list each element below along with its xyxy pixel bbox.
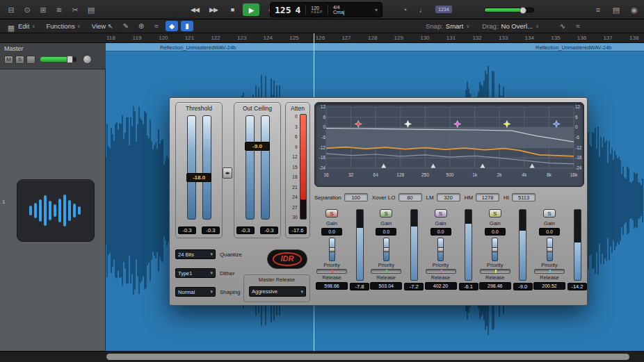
band-priority-slider[interactable] xyxy=(426,269,456,274)
fade-tool-icon[interactable]: ≈ xyxy=(150,21,163,31)
tempo-display[interactable]: 125 4 xyxy=(275,5,300,15)
tempo-value: 125 xyxy=(275,5,291,15)
grid-icon[interactable]: ▦ xyxy=(4,22,18,34)
snap-select[interactable]: Snap: Smart ∨ xyxy=(426,22,469,30)
ceiling-fader-left[interactable] xyxy=(245,115,255,220)
automation-button[interactable] xyxy=(26,56,35,64)
threshold-fader-right[interactable] xyxy=(202,115,211,220)
horizontal-scrollbar[interactable] xyxy=(0,351,644,362)
lcd-display[interactable]: 125 4 120 KEEP 4/4 Cmaj ▾ xyxy=(270,2,383,17)
band-solo-button[interactable]: S xyxy=(489,209,501,217)
ruler-tick: 130 xyxy=(420,35,429,41)
band1-marker xyxy=(355,120,362,127)
separation-value[interactable]: 100 xyxy=(344,193,368,201)
bar-ruler[interactable]: 1181191201211221231241251261271281291301… xyxy=(0,33,644,43)
editors-icon[interactable]: ✂ xyxy=(68,3,82,16)
count-in-badge[interactable]: 1234 xyxy=(435,6,452,13)
xover-value[interactable]: 80 xyxy=(399,193,422,201)
xover-value[interactable]: 320 xyxy=(437,193,460,201)
band-gain-slider[interactable] xyxy=(547,238,553,261)
menu-functions[interactable]: Functions∨ xyxy=(47,22,81,30)
stop-button[interactable]: ■ xyxy=(224,3,241,16)
inspector-icon[interactable]: ⊙ xyxy=(20,3,34,16)
master-release-select[interactable]: Aggressive ▾ xyxy=(249,286,306,297)
tool-icons: ↖✎⊕≈◆▮ xyxy=(104,21,193,31)
drag-select[interactable]: Drag: No Overl... ∨ xyxy=(482,22,539,30)
band-release-value[interactable]: 598.66 xyxy=(316,282,348,290)
pan-knob[interactable] xyxy=(83,55,92,64)
track-icon-thumbnail[interactable] xyxy=(17,179,95,242)
tuner-icon[interactable]: ◔ xyxy=(398,3,412,16)
level-knob[interactable] xyxy=(67,56,73,63)
band-gain-slider[interactable] xyxy=(383,238,389,261)
band-gain-slider[interactable] xyxy=(437,238,444,261)
mute-button[interactable]: M xyxy=(4,56,13,64)
scrollbar-handle[interactable] xyxy=(106,354,629,360)
band-solo-button[interactable]: S xyxy=(380,209,392,217)
automation-icon[interactable]: ∿ xyxy=(556,21,569,31)
band-solo-button[interactable]: S xyxy=(435,209,447,217)
dither-select[interactable]: Type1 ▾ xyxy=(175,268,216,278)
keep-display[interactable]: 120 KEEP xyxy=(311,6,323,15)
chevron-down-icon[interactable]: ▾ xyxy=(375,7,378,13)
audio-region-header[interactable]: Reflection_UnmasteredWAV-24b Reflection_… xyxy=(106,43,644,51)
ceiling-value-badge[interactable]: -9.0 xyxy=(245,142,270,151)
band-solo-button[interactable]: S xyxy=(325,209,338,217)
list-icon[interactable]: ≡ xyxy=(591,3,605,16)
idr-logo-text: IDR xyxy=(273,252,303,265)
play-button[interactable]: ▶ xyxy=(243,3,259,16)
band-gain-value[interactable]: 0.0 xyxy=(376,228,396,236)
band-gain-slider[interactable] xyxy=(329,238,335,261)
band-gain-value[interactable]: 0.0 xyxy=(539,228,560,236)
band-priority-slider[interactable] xyxy=(316,269,347,274)
capture-recording-button[interactable]: ▮ xyxy=(181,21,193,31)
xover-value[interactable]: 1278 xyxy=(476,193,499,201)
band-solo-button[interactable]: S xyxy=(543,209,556,217)
master-track-header[interactable]: Master M S xyxy=(0,43,106,69)
band-priority-slider[interactable] xyxy=(371,269,401,274)
key-signature-display[interactable]: 4/4 Cmaj xyxy=(333,5,344,15)
band-gain-value[interactable]: 0.0 xyxy=(321,228,342,236)
gain-label: Gain xyxy=(380,221,392,227)
marquee-tool-icon[interactable]: ⊕ xyxy=(135,21,147,31)
band-priority-slider[interactable] xyxy=(480,269,510,274)
forward-button[interactable]: ▶▶ xyxy=(205,3,222,16)
master-level-slider[interactable] xyxy=(40,57,77,62)
mixer-icon[interactable]: ⊞ xyxy=(36,3,50,16)
freq-axis-label: 250 xyxy=(421,172,429,177)
user-icon[interactable]: ◉ xyxy=(627,3,641,16)
link-button[interactable]: ◂▸ xyxy=(223,167,232,179)
quantize-row: 24 Bits ▾ Quantize xyxy=(175,249,242,259)
display-icon[interactable]: ⊟ xyxy=(4,3,18,16)
solo-button[interactable]: S xyxy=(15,56,24,64)
smart-controls-icon[interactable]: ≋ xyxy=(52,3,66,16)
layout-icon[interactable]: ▤ xyxy=(609,3,623,16)
quantize-select[interactable]: 24 Bits ▾ xyxy=(175,249,216,259)
band-release-value[interactable]: 200.52 xyxy=(533,282,565,290)
crossover-row: Separation 100 Xover LO80LM320HM1278HI51… xyxy=(314,192,586,202)
ceiling-fader-right[interactable] xyxy=(261,115,270,220)
threshold-fader-left[interactable] xyxy=(187,115,196,220)
menu-edit[interactable]: Edit∨ xyxy=(18,22,35,30)
threshold-value-badge[interactable]: -18.0 xyxy=(186,173,211,182)
band-release-value[interactable]: 298.46 xyxy=(479,282,511,290)
band-release-value[interactable]: 503.04 xyxy=(370,282,402,290)
multiband-graph-panel[interactable]: 12126600-6-6-12-12-18-18-24-241632641282… xyxy=(314,102,584,187)
xover-value[interactable]: 5113 xyxy=(512,193,536,201)
band-gain-value[interactable]: 0.0 xyxy=(430,228,451,236)
band-gain-value[interactable]: 0.0 xyxy=(485,228,506,236)
rewind-button[interactable]: ◀◀ xyxy=(186,3,203,16)
band-release-value[interactable]: 402.20 xyxy=(425,282,457,290)
band-priority-slider[interactable] xyxy=(534,269,565,274)
pencil-tool-icon[interactable]: ✎ xyxy=(120,21,132,31)
band-gain-slider[interactable] xyxy=(492,238,498,261)
db-axis-label: -12 xyxy=(316,145,325,150)
metronome-icon[interactable]: ♩ xyxy=(416,3,430,16)
shaping-select[interactable]: Normal ▾ xyxy=(175,287,216,297)
master-volume-slider[interactable] xyxy=(484,8,534,13)
volume-knob[interactable] xyxy=(520,7,526,14)
midi-in-button[interactable]: ◆ xyxy=(166,21,178,31)
pointer-tool-icon[interactable]: ↖ xyxy=(104,21,117,31)
flex-icon[interactable]: ≈ xyxy=(572,21,584,31)
list-editors-icon[interactable]: ▤ xyxy=(84,3,98,16)
